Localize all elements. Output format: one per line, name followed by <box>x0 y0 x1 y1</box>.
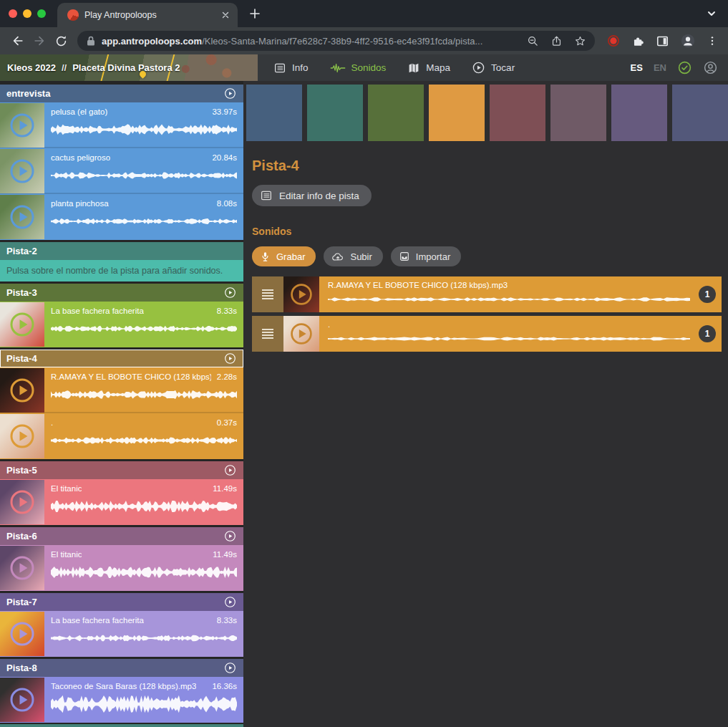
nav-item-tocar[interactable]: Tocar <box>472 61 515 74</box>
clip-item[interactable]: El titanic 11.49s <box>0 545 243 591</box>
language-es[interactable]: ES <box>631 62 643 73</box>
sound-thumbnail[interactable] <box>283 316 319 352</box>
language-en[interactable]: EN <box>654 62 666 73</box>
account-circle-icon[interactable] <box>703 60 718 75</box>
track-header[interactable]: Pista-6 <box>0 527 243 545</box>
clip-duration: 8.33s <box>217 615 237 625</box>
project-breadcrumb[interactable]: Kleos 2022 // Placeta Divina Pastora 2 <box>0 54 258 81</box>
tab-list-chevron-icon[interactable] <box>707 9 717 19</box>
tab-close-icon[interactable] <box>220 10 230 20</box>
sound-row[interactable]: . 1 <box>252 316 722 352</box>
clip-item[interactable]: pelusa (el gato) 33.97s <box>0 102 243 148</box>
back-icon[interactable] <box>7 34 29 48</box>
side-panel-icon[interactable] <box>656 34 669 48</box>
track-header[interactable]: Pista-8 <box>0 659 243 677</box>
share-icon[interactable] <box>550 35 563 47</box>
track-color-swatch[interactable] <box>246 85 302 141</box>
window-minimize-button[interactable] <box>23 9 31 18</box>
clip-play-icon[interactable] <box>9 423 36 450</box>
track-play-button[interactable] <box>223 286 237 299</box>
track-header[interactable]: Pista-4 <box>0 350 243 367</box>
clip-thumbnail[interactable] <box>0 612 44 656</box>
clip-play-icon[interactable] <box>9 686 36 713</box>
drag-handle[interactable] <box>252 276 283 312</box>
clip-thumbnail[interactable] <box>0 368 44 413</box>
new-tab-button[interactable] <box>249 8 261 19</box>
browser-tab[interactable]: Play Antropoloops <box>57 3 238 27</box>
record-indicator-icon[interactable] <box>606 34 621 48</box>
window-zoom-button[interactable] <box>37 9 46 18</box>
track-color-swatch[interactable] <box>611 85 667 141</box>
clip-thumbnail[interactable] <box>0 480 44 524</box>
profile-avatar[interactable] <box>680 33 696 49</box>
track-play-button[interactable] <box>223 463 237 477</box>
clip-item[interactable]: La base fachera facherita 8.33s <box>0 302 243 347</box>
clip-play-icon[interactable] <box>9 554 36 582</box>
edit-track-info-button[interactable]: Editar info de pista <box>252 185 372 206</box>
clip-thumbnail[interactable] <box>0 414 44 458</box>
drag-handle[interactable] <box>252 316 283 352</box>
track-play-button[interactable] <box>223 352 237 365</box>
track-header[interactable]: Pista-2 <box>0 242 243 260</box>
window-close-button[interactable] <box>9 9 17 18</box>
clip-play-icon[interactable] <box>9 112 36 139</box>
track-color-swatch[interactable] <box>490 85 545 141</box>
clip-play-icon[interactable] <box>9 158 36 185</box>
track-color-swatch[interactable] <box>307 85 363 141</box>
clip-thumbnail[interactable] <box>0 103 44 148</box>
track-header[interactable]: Pista-7 <box>0 593 243 611</box>
clip-main: . 0.37s <box>44 413 243 459</box>
kebab-menu-icon[interactable] <box>707 34 718 47</box>
bookmark-star-icon[interactable] <box>574 35 586 47</box>
import-button[interactable]: Importar <box>391 246 461 266</box>
clip-thumbnail[interactable] <box>0 195 44 239</box>
track-header[interactable]: Pista-5 <box>0 461 243 479</box>
clip-item[interactable]: cactus peligroso 20.84s <box>0 148 243 194</box>
sound-row[interactable]: R.AMAYA Y EL BOBOTE CHICO (128 kbps).mp3… <box>252 276 722 312</box>
forward-icon[interactable] <box>29 34 50 48</box>
track-header[interactable]: Pista-3 <box>0 284 243 302</box>
track-play-button[interactable] <box>223 595 237 609</box>
sound-play-icon[interactable] <box>289 282 314 307</box>
clip-play-icon[interactable] <box>9 203 36 231</box>
clip-item[interactable]: . 0.37s <box>0 413 243 459</box>
track-color-swatch[interactable] <box>368 85 424 141</box>
address-bar[interactable]: app.antropoloops.com/Kleos-Santa-Marina/… <box>77 31 595 51</box>
upload-button[interactable]: Subir <box>324 246 382 266</box>
clip-thumbnail[interactable] <box>0 678 44 722</box>
track-header[interactable]: entrevista <box>0 85 243 102</box>
track-color-swatch[interactable] <box>550 85 606 141</box>
record-button[interactable]: Grabar <box>252 246 316 266</box>
zoom-out-icon[interactable] <box>527 35 539 47</box>
clip-waveform <box>51 165 237 186</box>
nav-item-sonidos[interactable]: Sonidos <box>330 62 387 74</box>
clip-play-icon[interactable] <box>9 488 36 516</box>
clip-play-icon[interactable] <box>9 377 36 404</box>
refresh-icon[interactable] <box>50 34 72 48</box>
nav-item-mapa[interactable]: Mapa <box>407 62 450 74</box>
clip-item[interactable]: El titanic 11.49s <box>0 479 243 525</box>
check-circle-icon[interactable] <box>677 60 692 75</box>
nav-item-info[interactable]: Info <box>273 62 309 74</box>
clip-item[interactable]: R.AMAYA Y EL BOBOTE CHICO (128 kbps)....… <box>0 367 243 413</box>
lock-icon[interactable] <box>86 35 96 47</box>
sound-thumbnail[interactable] <box>283 276 319 312</box>
track-color-swatch[interactable] <box>672 85 728 141</box>
track-play-button[interactable] <box>223 661 237 675</box>
clip-item[interactable]: La base fachera facherita 8.33s <box>0 611 243 657</box>
track-play-button[interactable] <box>223 529 237 543</box>
clip-thumbnail[interactable] <box>0 302 44 347</box>
sound-title: R.AMAYA Y EL BOBOTE CHICO (128 kbps).mp3 <box>328 280 690 290</box>
extensions-puzzle-icon[interactable] <box>631 34 645 48</box>
clip-thumbnail[interactable] <box>0 149 44 193</box>
clip-play-icon[interactable] <box>9 311 36 338</box>
track-play-button[interactable] <box>223 87 237 100</box>
sound-play-icon[interactable] <box>289 322 314 346</box>
clip-item[interactable]: Taconeo de Sara Baras (128 kbps).mp3 16.… <box>0 677 243 723</box>
sound-waveform <box>328 332 690 346</box>
clip-thumbnail[interactable] <box>0 546 44 590</box>
clip-play-icon[interactable] <box>9 620 36 647</box>
url-text[interactable]: app.antropoloops.com/Kleos-Santa-Marina/… <box>102 36 482 47</box>
track-color-swatch[interactable] <box>429 85 485 141</box>
clip-item[interactable]: planta pinchosa 8.08s <box>0 194 243 240</box>
